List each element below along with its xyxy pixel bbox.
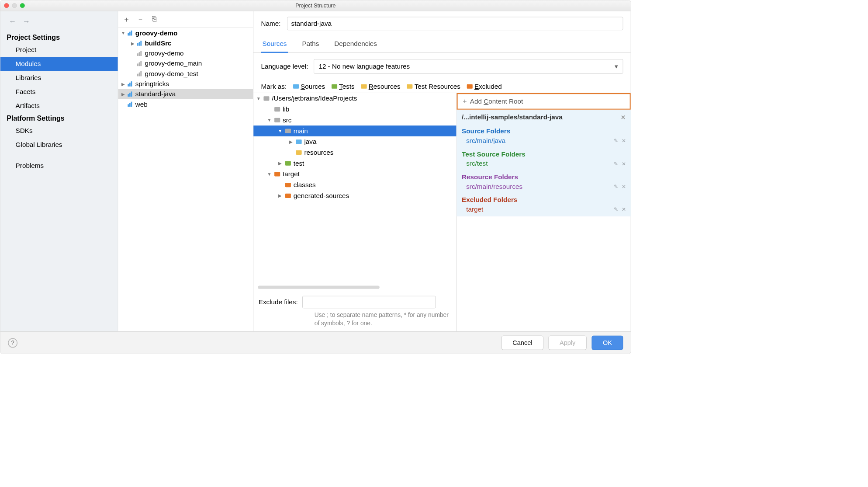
nav-global-libraries[interactable]: Global Libraries: [0, 138, 118, 152]
mark-test-resources-button[interactable]: Test Resources: [407, 83, 460, 90]
mark-resources-button[interactable]: Resources: [361, 83, 400, 90]
mark-tests-button[interactable]: Tests: [332, 83, 355, 90]
exclude-files-label: Exclude files:: [259, 298, 298, 306]
add-content-root-button[interactable]: + Add Content Root: [456, 93, 630, 110]
chevron-right-icon[interactable]: ▶: [288, 139, 294, 144]
copy-module-icon[interactable]: ⎘: [151, 14, 158, 24]
chevron-down-icon[interactable]: ▼: [267, 118, 272, 123]
edit-icon[interactable]: ✎: [614, 184, 618, 190]
language-level-value: 12 - No new language features: [318, 63, 410, 70]
module-tree-item[interactable]: web: [118, 99, 253, 109]
nav-modules[interactable]: Modules: [0, 57, 118, 71]
edit-icon[interactable]: ✎: [614, 206, 618, 212]
nav-libraries[interactable]: Libraries: [0, 71, 118, 85]
edit-icon[interactable]: ✎: [614, 138, 618, 144]
chevron-right-icon[interactable]: ▶: [130, 41, 135, 46]
folder-icon: [285, 161, 291, 166]
folder-section-title: Test Source Folders: [456, 148, 630, 159]
file-tree-item[interactable]: ▼target: [253, 169, 456, 180]
file-tree-label: test: [294, 160, 304, 167]
ok-button[interactable]: OK: [591, 336, 623, 350]
remove-module-icon[interactable]: －: [137, 14, 144, 24]
folder-icon: [274, 107, 280, 111]
language-level-select[interactable]: 12 - No new language features ▾: [314, 59, 623, 73]
add-module-icon[interactable]: ＋: [123, 14, 130, 24]
nav-forward-icon[interactable]: →: [23, 17, 30, 26]
file-tree-item[interactable]: ▶test: [253, 158, 456, 169]
module-tree-label: web: [135, 101, 148, 108]
nav-project[interactable]: Project: [0, 43, 118, 57]
file-tree-item[interactable]: resources: [253, 147, 456, 158]
edit-icon[interactable]: ✎: [614, 160, 618, 167]
tab-paths[interactable]: Paths: [301, 36, 321, 52]
remove-icon[interactable]: ✕: [622, 160, 626, 167]
module-name-input[interactable]: [287, 17, 623, 31]
nav-artifacts[interactable]: Artifacts: [0, 99, 118, 113]
apply-button[interactable]: Apply: [549, 336, 587, 350]
module-tree-panel: ＋ － ⎘ ▼groovy-demo▶buildSrcgroovy-demogr…: [118, 11, 253, 331]
chevron-right-icon[interactable]: ▶: [121, 81, 126, 87]
remove-icon[interactable]: ✕: [622, 206, 626, 212]
chevron-down-icon[interactable]: ▼: [256, 96, 261, 101]
module-tree-item[interactable]: ▶standard-java: [118, 89, 253, 99]
remove-icon[interactable]: ✕: [622, 184, 626, 190]
module-tree[interactable]: ▼groovy-demo▶buildSrcgroovy-demogroovy-d…: [118, 28, 253, 331]
left-sidebar: ← → Project Settings Project Modules Lib…: [0, 11, 118, 331]
cancel-button[interactable]: Cancel: [501, 336, 543, 350]
mark-excluded-button[interactable]: Excluded: [467, 83, 501, 90]
window-title: Project Structure: [0, 2, 631, 9]
folder-section-item[interactable]: src/main/java✎✕: [456, 136, 630, 148]
exclude-files-input[interactable]: [302, 296, 436, 308]
chevron-right-icon[interactable]: ▶: [277, 161, 283, 166]
file-tree-item[interactable]: lib: [253, 104, 456, 115]
folder-icon: [263, 96, 269, 101]
file-tree-item[interactable]: ▶java: [253, 136, 456, 147]
folder-icon: [285, 129, 291, 133]
exclude-hint: Use ; to separate name patterns, * for a…: [259, 311, 451, 328]
file-tree-item[interactable]: ▼/Users/jetbrains/IdeaProjects: [253, 93, 456, 104]
source-folder-tree[interactable]: ▼/Users/jetbrains/IdeaProjectslib▼src▼ma…: [253, 93, 456, 284]
module-icon: [137, 51, 143, 56]
folder-section-title: Source Folders: [456, 125, 630, 136]
folder-yellow-icon: [361, 84, 367, 89]
help-icon[interactable]: ?: [8, 338, 17, 348]
module-icon: [137, 41, 143, 46]
chevron-right-icon[interactable]: ▶: [121, 91, 126, 97]
remove-icon[interactable]: ✕: [622, 138, 626, 144]
mark-sources-button[interactable]: Sources: [293, 83, 325, 90]
module-tree-item[interactable]: groovy-demo: [118, 49, 253, 59]
nav-sdks[interactable]: SDKs: [0, 124, 118, 138]
nav-problems[interactable]: Problems: [0, 159, 118, 173]
horizontal-scrollbar[interactable]: [258, 285, 380, 289]
file-tree-item[interactable]: ▼src: [253, 115, 456, 125]
folder-icon: [274, 172, 280, 176]
file-tree-item[interactable]: classes: [253, 180, 456, 191]
chevron-down-icon[interactable]: ▼: [277, 129, 283, 134]
file-tree-item[interactable]: ▼main: [253, 125, 456, 136]
tab-sources[interactable]: Sources: [261, 36, 288, 53]
folder-section-title: Excluded Folders: [456, 194, 630, 205]
module-icon: [128, 31, 133, 36]
module-tree-item[interactable]: ▶springtricks: [118, 79, 253, 89]
tab-dependencies[interactable]: Dependencies: [333, 36, 378, 52]
module-tree-item[interactable]: ▼groovy-demo: [118, 28, 253, 38]
chevron-down-icon[interactable]: ▼: [121, 31, 126, 36]
nav-back-icon[interactable]: ←: [9, 17, 16, 26]
folder-path: src/main/java: [466, 137, 505, 144]
chevron-down-icon[interactable]: ▼: [267, 172, 272, 177]
chevron-right-icon[interactable]: ▶: [277, 193, 283, 198]
title-bar: Project Structure: [0, 0, 631, 11]
module-tree-label: springtricks: [135, 80, 169, 87]
module-tree-item[interactable]: ▶buildSrc: [118, 38, 253, 48]
module-icon: [128, 91, 133, 97]
folder-section-item[interactable]: src/test✎✕: [456, 159, 630, 171]
folder-icon: [296, 139, 302, 144]
file-tree-item[interactable]: ▶generated-sources: [253, 190, 456, 201]
module-tree-item[interactable]: groovy-demo_test: [118, 69, 253, 79]
language-level-label: Language level:: [261, 63, 308, 70]
remove-content-root-icon[interactable]: ✕: [621, 114, 626, 121]
folder-section-item[interactable]: src/main/resources✎✕: [456, 181, 630, 194]
folder-section-item[interactable]: target✎✕: [456, 204, 630, 216]
module-tree-item[interactable]: groovy-demo_main: [118, 59, 253, 69]
nav-facets[interactable]: Facets: [0, 85, 118, 99]
